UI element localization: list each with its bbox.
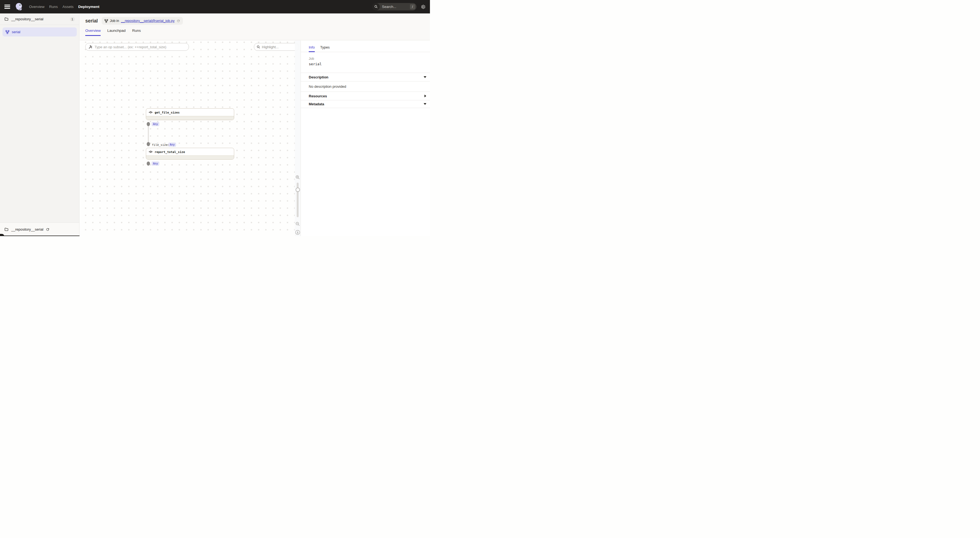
caret-down-icon: [424, 103, 426, 105]
nav-item-overview[interactable]: Overview: [29, 5, 45, 9]
section-description-label: Description: [309, 75, 328, 79]
top-nav: Overview Runs Assets Deployment Search..…: [0, 0, 430, 13]
nav-item-runs[interactable]: Runs: [49, 5, 58, 9]
page-title: serial: [85, 18, 98, 24]
hamburger-menu-icon[interactable]: [5, 5, 10, 9]
op-subset-placeholder: Type an op subset... (ex: ++report_total…: [95, 45, 167, 49]
search-shortcut-key: /: [410, 4, 415, 10]
repository-header[interactable]: __repository__serial 1: [0, 13, 79, 25]
op-node-name: get_file_sizes: [155, 111, 180, 114]
op-node-body: [146, 116, 234, 120]
op-node-name: report_total_size: [155, 150, 185, 154]
sidebar-footer: __repository__serial: [0, 222, 79, 236]
left-sidebar: __repository__serial 1 serial __reposito…: [0, 13, 80, 236]
job-graph-icon: [105, 19, 108, 23]
zoom-slider-handle[interactable]: [296, 188, 300, 192]
bottom-dark-sliver: [0, 236, 80, 236]
top-nav-links: Overview Runs Assets Deployment: [29, 5, 100, 9]
job-origin-prefix: Job in: [110, 19, 119, 23]
search-icon: [372, 3, 380, 10]
job-header: serial Job in __repository__serial@seria…: [80, 13, 430, 40]
caret-down-icon: [424, 76, 426, 78]
op-node-get_file_sizes[interactable]: get_file_sizes: [146, 108, 234, 120]
op-icon: [149, 111, 153, 113]
tab-info[interactable]: Info: [309, 41, 315, 52]
dagster-logo-icon[interactable]: [15, 2, 23, 11]
repository-count-badge: 1: [70, 17, 75, 21]
search-icon: [257, 45, 260, 49]
repository-name: __repository__serial: [11, 17, 70, 21]
job-tabs: Overview Launchpad Runs: [80, 29, 430, 36]
search-placeholder: Search...: [382, 5, 410, 9]
op-subset-input[interactable]: Type an op subset... (ex: ++report_total…: [85, 43, 189, 51]
nav-item-deployment[interactable]: Deployment: [78, 5, 99, 9]
op-selector-icon: [88, 45, 92, 49]
search-input[interactable]: Search... /: [372, 3, 417, 10]
folder-icon: [5, 227, 8, 231]
output-port-get_file_sizes[interactable]: [147, 122, 150, 126]
folder-icon: [5, 17, 8, 21]
gear-icon[interactable]: [421, 5, 426, 10]
info-panel: Info Types Job serial Description No des…: [301, 41, 430, 236]
sidebar-item-label: serial: [12, 30, 20, 34]
job-name-value: serial: [309, 62, 422, 66]
op-node-body: [146, 156, 234, 159]
type-badge-any[interactable]: Any: [152, 122, 159, 126]
info-panel-tabs: Info Types: [301, 41, 430, 52]
op-graph-canvas[interactable]: Type an op subset... (ex: ++report_total…: [80, 41, 301, 236]
zoom-out-icon[interactable]: [295, 221, 300, 226]
edge-get_file_sizes-to-report_total_size: [148, 126, 149, 143]
job-label: Job: [309, 57, 422, 60]
highlight-placeholder: Highlight...: [262, 45, 278, 49]
op-icon: [149, 151, 153, 153]
sidebar-item-serial[interactable]: serial: [2, 27, 77, 37]
section-metadata[interactable]: Metadata: [301, 100, 430, 108]
description-body: No description provided: [301, 81, 430, 92]
reload-icon[interactable]: [177, 19, 180, 23]
footer-repository-name: __repository__serial: [11, 227, 43, 231]
job-info-block: Job serial: [301, 52, 430, 73]
zoom-in-icon[interactable]: [295, 175, 300, 180]
section-description[interactable]: Description: [301, 73, 430, 81]
nav-item-assets[interactable]: Assets: [62, 5, 74, 9]
output-port-report_total_size[interactable]: [147, 161, 150, 166]
highlight-input[interactable]: Highlight...: [254, 43, 299, 51]
tab-runs[interactable]: Runs: [132, 29, 141, 36]
section-metadata-label: Metadata: [309, 102, 324, 106]
section-resources-label: Resources: [309, 94, 327, 98]
tab-overview[interactable]: Overview: [85, 29, 101, 36]
op-node-report_total_size[interactable]: report_total_size: [146, 148, 234, 159]
reload-repository-icon[interactable]: [46, 228, 49, 231]
input-port-label: file_sizes: [152, 143, 169, 146]
type-badge-any[interactable]: Any: [152, 161, 159, 166]
fit-view-download-icon[interactable]: [295, 230, 300, 235]
tab-types[interactable]: Types: [320, 41, 330, 52]
job-graph-icon: [5, 30, 10, 34]
input-port-file_sizes[interactable]: [147, 142, 150, 146]
job-origin-link[interactable]: __repository__serial@serial_job.py: [121, 19, 174, 23]
job-origin-pill: Job in __repository__serial@serial_job.p…: [102, 17, 183, 25]
section-resources[interactable]: Resources: [301, 92, 430, 100]
tab-launchpad[interactable]: Launchpad: [107, 29, 126, 36]
type-badge-any[interactable]: Any: [169, 143, 176, 147]
caret-right-icon: [425, 95, 426, 97]
